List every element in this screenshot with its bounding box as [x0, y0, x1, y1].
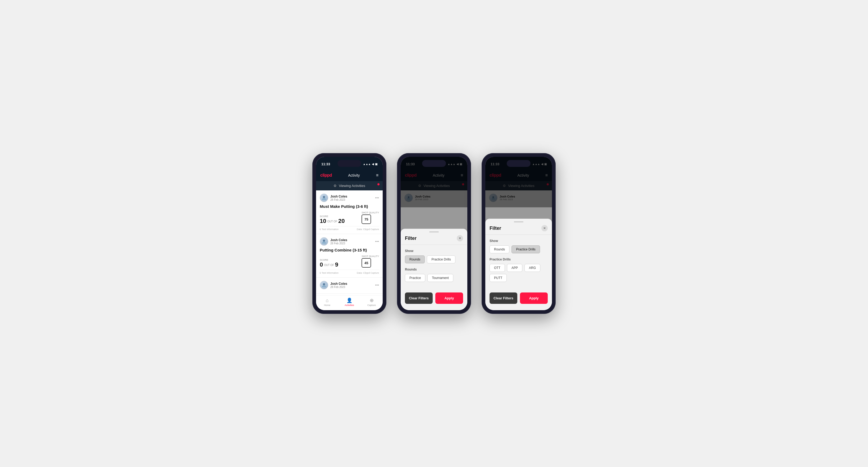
stats-row-1: Score 10 OUT OF 20 Shot Quality 75 — [320, 211, 379, 224]
user-date-2: 28 Feb 2023 — [330, 242, 347, 245]
outof-text-1: OUT OF — [327, 220, 337, 223]
close-button-3[interactable]: ✕ — [541, 225, 548, 231]
putt-chip-3[interactable]: PUTT — [490, 274, 507, 282]
app-logo-1: clippd — [320, 173, 332, 178]
avatar-1 — [320, 193, 328, 202]
dynamic-island-3 — [507, 160, 530, 167]
apply-button-3[interactable]: Apply — [520, 292, 548, 304]
viewing-banner-1[interactable]: ⚙ Viewing Activities — [316, 181, 383, 190]
filter-overlay-3: Filter ✕ Show Rounds Practice Drills Pra… — [485, 157, 552, 310]
score-label-2: Score — [320, 259, 338, 261]
clear-filters-button-3[interactable]: Clear Filters — [490, 292, 517, 304]
ott-chip-3[interactable]: OTT — [490, 264, 505, 272]
filter-title-2: Filter — [405, 236, 416, 241]
footer-data-1: Data: Clippd Capture — [357, 228, 379, 230]
dynamic-island-2 — [422, 160, 446, 167]
user-name-1: Josh Coles — [330, 195, 347, 198]
sheet-header-2: Filter ✕ — [401, 234, 467, 245]
clear-filters-button-2[interactable]: Clear Filters — [405, 292, 433, 304]
menu-icon-1[interactable]: ≡ — [376, 173, 378, 178]
score-value-2: 0 — [320, 262, 323, 268]
wifi-icon: ◀ — [372, 163, 374, 165]
shots-value-2: 9 — [335, 262, 338, 268]
rounds-chips-2: Practice Tournament — [405, 274, 463, 282]
avatar-2 — [320, 237, 328, 246]
sheet-body-3: Show Rounds Practice Drills Practice Dri… — [485, 235, 552, 290]
user-info-3: Josh Coles 28 Feb 2023 — [320, 281, 347, 289]
shot-quality-label-1: Shot Quality — [362, 211, 379, 214]
practice-drills-section-label-3: Practice Drills — [490, 257, 548, 261]
card-footer-1: ℹ Test Information Data: Clippd Capture — [320, 226, 379, 230]
close-button-2[interactable]: ✕ — [457, 235, 463, 242]
avatar-3 — [320, 281, 328, 289]
show-label-3: Show — [490, 239, 548, 243]
practice-drills-chip-3[interactable]: Practice Drills — [512, 245, 540, 253]
rounds-chip-2[interactable]: Rounds — [405, 255, 425, 263]
app-chip-3[interactable]: APP — [507, 264, 522, 272]
tab-capture[interactable]: ⊕ Capture — [361, 298, 383, 307]
more-options-2[interactable]: ••• — [375, 239, 379, 244]
footer-info-1: ℹ Test Information — [320, 228, 339, 230]
practice-drills-chip-2[interactable]: Practice Drills — [427, 255, 455, 263]
info-icon-1: ℹ — [320, 228, 320, 230]
info-icon-2: ℹ — [320, 272, 320, 274]
user-date-3: 28 Feb 2023 — [330, 286, 347, 288]
filter-sheet-3: Filter ✕ Show Rounds Practice Drills Pra… — [485, 219, 552, 310]
sheet-handle-3 — [514, 221, 523, 222]
phone-3: 11:33 ▲▲▲ ◀ ▣ clippd Activity ≡ ⚙ Viewin… — [482, 153, 556, 314]
home-label: Home — [324, 304, 330, 307]
shots-value-1: 20 — [338, 218, 345, 224]
capture-icon: ⊕ — [370, 298, 374, 303]
card-title-2: Putting Combine (3-15 ft) — [320, 248, 379, 252]
sheet-footer-3: Clear Filters Apply — [485, 292, 552, 304]
sheet-footer-2: Clear Filters Apply — [401, 292, 467, 304]
user-name-2: Josh Coles — [330, 238, 347, 242]
practice-chip-2[interactable]: Practice — [405, 274, 425, 282]
rounds-section-label-2: Rounds — [405, 268, 463, 271]
svg-point-1 — [323, 240, 325, 242]
tab-home[interactable]: ⌂ Home — [316, 298, 338, 307]
outof-text-2: OUT OF — [324, 263, 334, 267]
card-footer-2: ℹ Test Information Data: Clippd Capture — [320, 270, 379, 274]
shot-quality-badge-2: 45 — [362, 258, 371, 268]
battery-icon: ▣ — [375, 163, 377, 165]
activities-icon: 👤 — [346, 298, 352, 303]
sheet-handle-2 — [429, 231, 439, 232]
stats-row-2: Score 0 OUT OF 9 Shot Quality 45 — [320, 255, 379, 268]
footer-info-2: ℹ Test Information — [320, 272, 339, 274]
sheet-header-3: Filter ✕ — [485, 224, 552, 235]
drill-type-chips-3: OTT APP ARG PUTT — [490, 264, 548, 282]
time-1: 11:33 — [321, 162, 330, 166]
more-options-3[interactable]: ••• — [375, 283, 379, 287]
rounds-chip-3[interactable]: Rounds — [490, 245, 509, 253]
phone-2: 11:33 ▲▲▲ ◀ ▣ clippd Activity ≡ ⚙ Viewin… — [397, 153, 471, 314]
activity-feed-1: Josh Coles 28 Feb 2023 ••• Must Make Put… — [316, 190, 383, 293]
shot-quality-label-2: Shot Quality — [362, 255, 379, 257]
screen-title-1: Activity — [348, 173, 360, 178]
arg-chip-3[interactable]: ARG — [524, 264, 540, 272]
status-icons-1: ▲▲▲ ◀ ▣ — [363, 163, 377, 165]
footer-data-2: Data: Clippd Capture — [357, 272, 379, 274]
tab-activities[interactable]: 👤 Activities — [338, 298, 361, 307]
score-value-1: 10 — [320, 218, 326, 224]
user-date-1: 28 Feb 2023 — [330, 198, 347, 201]
notification-dot-1 — [377, 183, 379, 185]
activity-card-2: Josh Coles 28 Feb 2023 ••• Putting Combi… — [316, 234, 383, 278]
sheet-body-2: Show Rounds Practice Drills Rounds Pract… — [401, 245, 467, 290]
tab-bar-1: ⌂ Home 👤 Activities ⊕ Capture — [316, 295, 383, 310]
filter-icon-1: ⚙ — [334, 184, 337, 188]
user-info-2: Josh Coles 28 Feb 2023 — [320, 237, 347, 246]
activity-card-3: Josh Coles 28 Feb 2023 ••• — [316, 278, 383, 293]
show-chips-3: Rounds Practice Drills — [490, 245, 548, 253]
activity-card-1: Josh Coles 28 Feb 2023 ••• Must Make Put… — [316, 190, 383, 234]
card-title-1: Must Make Putting (3-6 ft) — [320, 204, 379, 209]
apply-button-2[interactable]: Apply — [435, 292, 463, 304]
more-options-1[interactable]: ••• — [375, 196, 379, 200]
home-icon: ⌂ — [326, 298, 329, 303]
svg-point-2 — [323, 283, 325, 285]
signal-icon: ▲▲▲ — [363, 163, 371, 165]
show-label-2: Show — [405, 249, 463, 253]
filter-overlay-2: Filter ✕ Show Rounds Practice Drills Rou… — [401, 157, 467, 310]
tournament-chip-2[interactable]: Tournament — [427, 274, 453, 282]
shot-quality-badge-1: 75 — [362, 214, 371, 224]
